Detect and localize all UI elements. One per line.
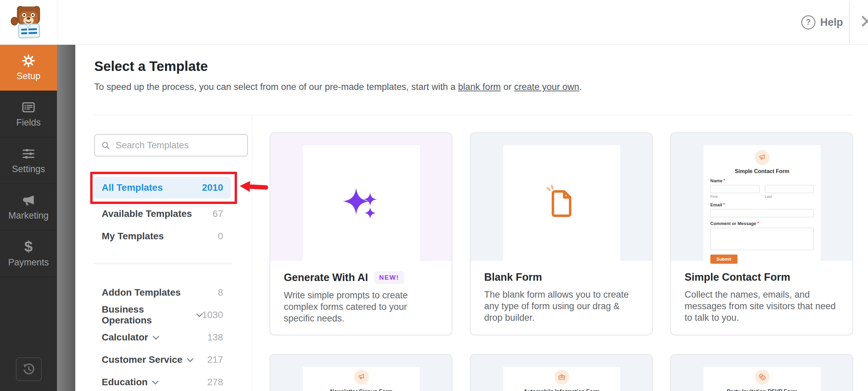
theater-masks-badge [755,370,770,385]
wpforms-template-builder: ? Help ✕ Setup [0,0,868,391]
megaphone-outline-icon [758,153,766,162]
category-calculator[interactable]: Calculator 138 [94,327,231,348]
sidebar-item-label: Marketing [8,210,49,221]
email-input [710,209,814,217]
builder-sidebar: Setup Fields Settings [0,44,57,391]
blank-form-link[interactable]: blank form [458,82,501,92]
submit-button: Submit [710,255,737,264]
template-card-blank-form[interactable]: Blank Form The blank form allows you to … [470,132,653,335]
sidebar-item-label: Fields [16,117,41,128]
form-thumbnail: Simple Contact Form Name * First Last Em… [704,145,821,268]
form-thumbnail-title: Party Invitation RSVP Form [727,389,797,391]
briefcase-icon [558,373,566,381]
card-description: Write simple prompts to create complex f… [284,290,439,324]
create-your-own-link[interactable]: create your own [514,82,579,92]
briefcase-badge [554,370,569,385]
card-preview [471,133,652,261]
template-card-automobile-information[interactable]: Automobile Information Form [470,354,653,391]
category-count: 138 [207,332,223,343]
last-name-input [765,185,814,193]
history-icon [22,362,36,376]
sidebar-item-label: Settings [12,164,45,174]
gear-icon [21,54,36,68]
sidebar-item-label: Payments [8,257,49,268]
filter-available-templates[interactable]: Available Templates 67 [94,203,231,225]
filter-count: 0 [218,231,223,242]
required-asterisk: * [757,221,759,226]
header-divider [94,115,853,115]
template-card-generate-with-ai[interactable]: Generate With AI NEW! Write simple promp… [270,132,452,335]
exit-history-button[interactable] [16,357,42,381]
chevron-down-icon [187,355,194,362]
megaphone-badge [354,370,369,385]
category-business-operations[interactable]: Business Operations 1030 [94,304,231,326]
intro-end: . [579,82,582,92]
close-icon[interactable]: ✕ [859,12,868,32]
category-count: 278 [207,377,223,388]
sidebar-shadow-strip [57,44,75,391]
sidebar-content-divider [252,115,252,391]
message-label: Comment or Message * [710,221,814,226]
sidebar-item-setup[interactable]: Setup [0,44,57,91]
card-preview: Automobile Information Form [471,355,652,391]
sidebar-item-fields[interactable]: Fields [0,91,57,137]
filter-my-templates[interactable]: My Templates 0 [94,225,231,247]
sidebar-item-payments[interactable]: $ Payments [0,230,57,277]
card-description: Collect the names, emails, and messages … [685,289,840,323]
card-preview [270,133,452,261]
card-preview: Simple Contact Form Name * First Last Em… [671,133,852,261]
category-education[interactable]: Education 278 [94,371,231,391]
bear-logo-icon [9,4,47,41]
wpforms-logo [0,0,57,44]
preview-canvas [503,145,620,261]
label-text: Email [710,202,722,207]
help-label: Help [820,16,843,29]
form-thumbnail-title: Simple Contact Form [710,168,814,174]
category-count: 217 [207,354,223,365]
category-label: Addon Templates [102,287,181,298]
form-thumbnail-title: Newsletter Signup Form [330,389,392,391]
template-card-party-invitation-rsvp[interactable]: Party Invitation RSVP Form [670,354,853,391]
last-sublabel: Last [765,194,814,199]
category-count: 8 [218,287,223,298]
category-addon-templates[interactable]: Addon Templates 8 [94,282,231,303]
help-icon: ? [801,15,815,30]
card-preview: Newsletter Signup Form [270,355,452,391]
search-icon [101,141,110,150]
intro-or: or [501,82,514,92]
theater-masks-icon [758,373,767,381]
filter-count: 67 [213,208,223,219]
message-textarea [710,228,814,250]
search-input[interactable] [115,140,242,151]
preview-canvas: Party Invitation RSVP Form [704,367,821,391]
preview-canvas: Newsletter Signup Form [303,367,420,391]
topbar-divider [849,2,850,44]
preview-canvas: Simple Contact Form Name * First Last Em… [704,145,821,261]
blank-document-icon [543,184,581,222]
card-title: Simple Contact Form [685,271,790,283]
category-customer-service[interactable]: Customer Service 217 [94,349,231,371]
filter-label: All Templates [102,182,163,193]
name-label: Name * [710,178,814,183]
card-title: Blank Form [484,271,542,283]
sidebar-item-settings[interactable]: Settings [0,137,57,184]
chevron-down-icon [152,378,159,385]
template-card-simple-contact-form[interactable]: Simple Contact Form Name * First Last Em… [670,132,853,335]
preview-canvas [303,145,420,261]
template-search[interactable] [94,134,248,156]
category-label: Education [102,377,147,388]
sidebar-item-marketing[interactable]: Marketing [0,184,57,230]
help-button[interactable]: ? Help [801,0,843,44]
page-title: Select a Template [94,59,208,74]
chevron-down-icon [153,333,159,340]
required-asterisk: * [724,178,725,183]
filter-list-divider [94,263,233,264]
category-label: Business Operations [102,304,192,326]
fields-list-icon [21,100,36,114]
card-description: The blank form allows you to create any … [484,289,640,323]
template-card-newsletter-signup[interactable]: Newsletter Signup Form [270,354,452,391]
dollar-icon: $ [24,239,33,254]
filter-all-templates[interactable]: All Templates 2010 [94,177,231,199]
megaphone-icon [21,193,36,207]
category-count: 1030 [202,310,223,320]
